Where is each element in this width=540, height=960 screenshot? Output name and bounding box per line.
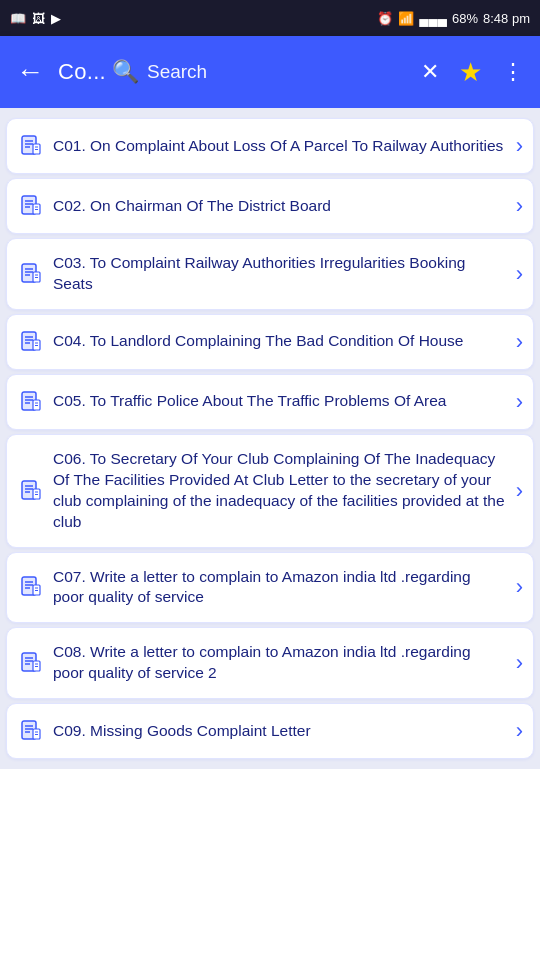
- list-item-text: C02. On Chairman Of The District Board: [53, 196, 506, 217]
- list-item-text: C06. To Secretary Of Your Club Complaini…: [53, 449, 506, 533]
- sim-icon: 📶: [398, 11, 414, 26]
- list-item[interactable]: C05. To Traffic Police About The Traffic…: [6, 374, 534, 430]
- battery-level: 68%: [452, 11, 478, 26]
- signal-bars: ▄▄▄: [419, 11, 447, 26]
- chevron-right-icon: ›: [516, 574, 523, 600]
- list-item-text: C08. Write a letter to complain to Amazo…: [53, 642, 506, 684]
- search-label: Search: [147, 61, 207, 83]
- list-item-text: C01. On Complaint About Loss Of A Parcel…: [53, 136, 506, 157]
- star-icon: ★: [459, 57, 482, 88]
- status-bar: 📖 🖼 ▶ ⏰ 📶 ▄▄▄ 68% 8:48 pm: [0, 0, 540, 36]
- alarm-icon: ⏰: [377, 11, 393, 26]
- chevron-right-icon: ›: [516, 389, 523, 415]
- document-icon: [19, 390, 43, 414]
- time-display: 8:48 pm: [483, 11, 530, 26]
- list-item-text: C05. To Traffic Police About The Traffic…: [53, 391, 506, 412]
- list-item-text: C04. To Landlord Complaining The Bad Con…: [53, 331, 506, 352]
- back-arrow-icon: ←: [16, 56, 44, 88]
- list-item[interactable]: C06. To Secretary Of Your Club Complaini…: [6, 434, 534, 548]
- chevron-right-icon: ›: [516, 478, 523, 504]
- close-button[interactable]: ✕: [413, 51, 447, 93]
- app-bar-title: Co...: [58, 59, 106, 85]
- chevron-right-icon: ›: [516, 193, 523, 219]
- list-item[interactable]: C08. Write a letter to complain to Amazo…: [6, 627, 534, 699]
- book-icon: 📖: [10, 11, 26, 26]
- youtube-icon: ▶: [51, 11, 61, 26]
- more-options-button[interactable]: ⋮: [494, 51, 532, 93]
- close-icon: ✕: [421, 59, 439, 85]
- list-item-text: C03. To Complaint Railway Authorities Ir…: [53, 253, 506, 295]
- chevron-right-icon: ›: [516, 329, 523, 355]
- chevron-right-icon: ›: [516, 133, 523, 159]
- favorite-button[interactable]: ★: [451, 49, 490, 96]
- chevron-right-icon: ›: [516, 718, 523, 744]
- list-item[interactable]: C07. Write a letter to complain to Amazo…: [6, 552, 534, 624]
- list-item[interactable]: C04. To Landlord Complaining The Bad Con…: [6, 314, 534, 370]
- list-item[interactable]: C01. On Complaint About Loss Of A Parcel…: [6, 118, 534, 174]
- document-icon: [19, 134, 43, 158]
- search-icon: 🔍: [112, 59, 139, 85]
- chevron-right-icon: ›: [516, 261, 523, 287]
- list-item[interactable]: C02. On Chairman Of The District Board›: [6, 178, 534, 234]
- status-bar-right: ⏰ 📶 ▄▄▄ 68% 8:48 pm: [377, 11, 530, 26]
- list-item-text: C09. Missing Goods Complaint Letter: [53, 721, 506, 742]
- document-icon: [19, 194, 43, 218]
- document-icon: [19, 651, 43, 675]
- list-item[interactable]: C03. To Complaint Railway Authorities Ir…: [6, 238, 534, 310]
- back-button[interactable]: ←: [8, 48, 52, 96]
- document-icon: [19, 262, 43, 286]
- status-bar-left: 📖 🖼 ▶: [10, 11, 61, 26]
- overflow-menu-icon: ⋮: [502, 59, 524, 85]
- app-bar: ← Co... 🔍 Search ✕ ★ ⋮: [0, 36, 540, 108]
- list-item[interactable]: C09. Missing Goods Complaint Letter›: [6, 703, 534, 759]
- chevron-right-icon: ›: [516, 650, 523, 676]
- document-icon: [19, 479, 43, 503]
- list-container: C01. On Complaint About Loss Of A Parcel…: [0, 108, 540, 769]
- image-icon: 🖼: [32, 11, 45, 26]
- document-icon: [19, 330, 43, 354]
- document-icon: [19, 575, 43, 599]
- document-icon: [19, 719, 43, 743]
- search-bar[interactable]: 🔍 Search: [112, 59, 407, 85]
- app-bar-actions: ✕ ★ ⋮: [413, 49, 532, 96]
- list-item-text: C07. Write a letter to complain to Amazo…: [53, 567, 506, 609]
